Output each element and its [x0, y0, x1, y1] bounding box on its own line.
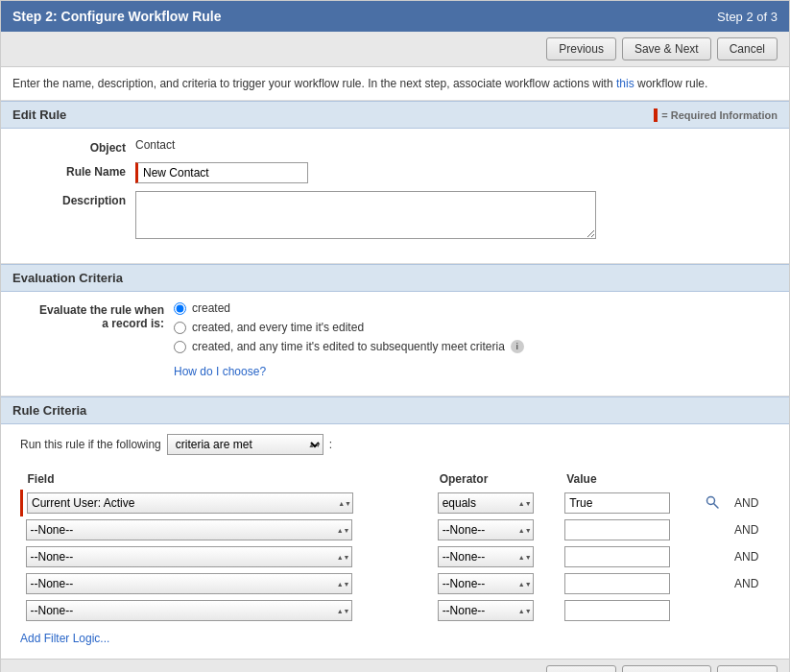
and-cell: AND: [730, 570, 770, 597]
radio-option-created-meet[interactable]: created, and any time it's edited to sub…: [174, 340, 524, 353]
operator-cell: --None--: [434, 570, 562, 597]
radio-created-meet-label: created, and any time it's edited to sub…: [192, 340, 505, 353]
value-input[interactable]: [564, 546, 670, 567]
operator-select[interactable]: --None--: [438, 519, 534, 540]
field-select[interactable]: Current User: Active: [27, 492, 353, 514]
top-cancel-button[interactable]: Cancel: [717, 37, 778, 60]
table-row: Current User: Activeequals AND: [22, 490, 771, 516]
radio-group: created created, and every time it's edi…: [174, 301, 524, 378]
operator-cell: --None--: [434, 597, 562, 624]
bottom-toolbar: Previous Save & Next Cancel: [1, 659, 789, 672]
value-input[interactable]: [564, 573, 670, 594]
value-col-header: Value: [561, 468, 700, 490]
rule-name-input[interactable]: [135, 162, 308, 183]
field-cell: --None--: [22, 570, 434, 597]
value-cell: [561, 570, 700, 597]
run-rule-row: Run this rule if the following criteria …: [20, 434, 770, 455]
value-cell: [561, 543, 700, 570]
value-input[interactable]: [564, 600, 670, 621]
lookup-cell: [700, 543, 730, 570]
info-icon[interactable]: i: [511, 340, 524, 353]
and-col-header: [730, 468, 770, 490]
step-indicator: Step 2 of 3: [717, 10, 778, 24]
operator-col-header: Operator: [434, 468, 562, 490]
value-cell: [561, 597, 700, 624]
operator-select-wrapper: --None--: [438, 519, 534, 540]
field-cell: --None--: [22, 516, 434, 543]
operator-select[interactable]: equals: [438, 492, 534, 514]
bottom-save-next-button[interactable]: Save & Next: [622, 665, 711, 672]
table-row: --None----None--AND: [22, 516, 771, 543]
instructions-text-before: Enter the name, description, and criteri…: [12, 77, 616, 90]
operator-select-wrapper: --None--: [438, 600, 534, 621]
description-textarea[interactable]: [135, 191, 596, 239]
evaluation-criteria-section: Evaluation Criteria Evaluate the rule wh…: [1, 264, 789, 396]
instructions-bar: Enter the name, description, and criteri…: [1, 67, 789, 101]
operator-cell: --None--: [434, 543, 562, 570]
field-select[interactable]: --None--: [26, 546, 352, 567]
evaluation-criteria-title: Evaluation Criteria: [12, 271, 123, 285]
rule-criteria-title: Rule Criteria: [12, 403, 86, 418]
field-select-wrapper: --None--: [26, 600, 352, 621]
and-cell: AND: [730, 543, 770, 570]
rule-name-control: [135, 162, 770, 183]
field-select[interactable]: --None--: [26, 600, 352, 621]
criteria-table: Field Operator Value Current User: Activ…: [20, 468, 770, 624]
field-select[interactable]: --None--: [26, 519, 352, 540]
radio-created-label: created: [192, 301, 230, 315]
object-label: Object: [20, 138, 135, 155]
lookup-cell: [700, 490, 730, 516]
field-select-wrapper: --None--: [26, 546, 352, 567]
add-filter-logic-link[interactable]: Add Filter Logic...: [20, 632, 109, 645]
page-header: Step 2: Configure Workflow Rule Step 2 o…: [1, 1, 789, 32]
lookup-cell: [700, 597, 730, 624]
radio-created-meet[interactable]: [174, 341, 186, 353]
rule-name-label: Rule Name: [20, 162, 135, 179]
value-cell: [561, 490, 700, 516]
operator-cell: --None--: [434, 516, 562, 543]
object-value: Contact: [135, 138, 770, 152]
bottom-previous-button[interactable]: Previous: [546, 665, 616, 672]
radio-created-edited[interactable]: [174, 322, 186, 334]
rule-name-row: Rule Name: [20, 162, 770, 183]
top-toolbar: Previous Save & Next Cancel: [1, 32, 789, 67]
run-rule-suffix: :: [329, 438, 332, 451]
run-rule-prefix: Run this rule if the following: [20, 438, 161, 451]
eval-label: Evaluate the rule whena record is:: [20, 301, 174, 330]
top-save-next-button[interactable]: Save & Next: [622, 37, 711, 60]
operator-select[interactable]: --None--: [438, 546, 534, 567]
description-control: [135, 191, 770, 242]
operator-cell: equals: [434, 490, 562, 516]
field-col-header: Field: [22, 468, 434, 490]
field-select[interactable]: --None--: [26, 573, 352, 594]
value-input[interactable]: [564, 519, 670, 540]
value-cell: [561, 516, 700, 543]
edit-rule-form: Object Contact Rule Name Description: [1, 129, 789, 264]
rule-criteria-section: Rule Criteria Run this rule if the follo…: [1, 396, 789, 659]
required-label: = Required Information: [661, 109, 778, 121]
operator-select-wrapper: equals: [438, 492, 534, 514]
criteria-dropdown[interactable]: criteria are met formula evaluates to tr…: [167, 434, 323, 455]
required-legend: = Required Information: [654, 108, 778, 122]
required-bar-icon: [654, 108, 658, 122]
operator-select[interactable]: --None--: [438, 600, 534, 621]
eval-row: Evaluate the rule whena record is: creat…: [20, 301, 770, 378]
criteria-form: Run this rule if the following criteria …: [1, 424, 789, 659]
value-input[interactable]: [564, 492, 670, 514]
field-select-wrapper: --None--: [26, 519, 352, 540]
radio-option-created[interactable]: created: [174, 301, 524, 315]
operator-select[interactable]: --None--: [438, 573, 534, 594]
and-cell: AND: [730, 516, 770, 543]
radio-created[interactable]: [174, 302, 186, 315]
instructions-text-after: workflow rule.: [634, 77, 708, 90]
radio-option-created-edited[interactable]: created, and every time it's edited: [174, 321, 524, 334]
operator-select-wrapper: --None--: [438, 573, 534, 594]
top-previous-button[interactable]: Previous: [546, 37, 616, 60]
edit-rule-title: Edit Rule: [12, 108, 66, 122]
workflow-rule-link[interactable]: this: [616, 77, 634, 90]
field-select-wrapper: Current User: Active: [27, 492, 353, 514]
lookup-icon[interactable]: [704, 493, 721, 511]
svg-line-1: [714, 504, 719, 509]
bottom-cancel-button[interactable]: Cancel: [717, 665, 778, 672]
how-do-i-link[interactable]: How do I choose?: [174, 365, 524, 378]
